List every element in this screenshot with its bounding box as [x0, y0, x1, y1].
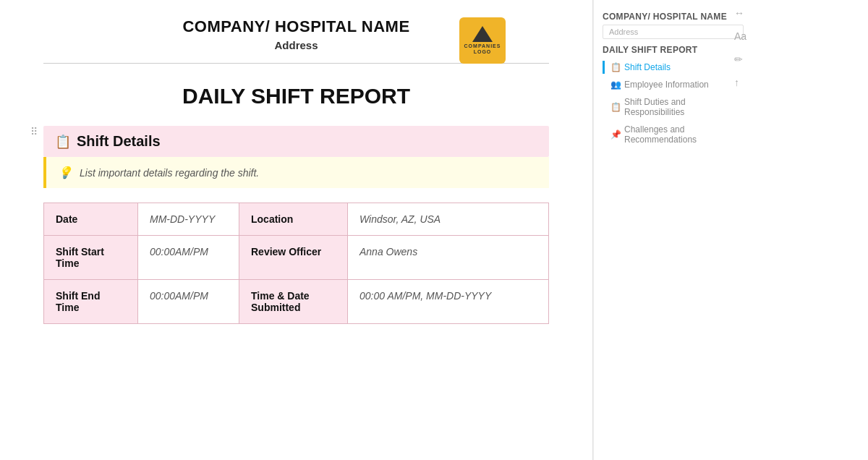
nav-item-icon: 👥 [610, 80, 621, 90]
drag-handle-icon[interactable]: ⠿ [30, 126, 38, 137]
table-value-cell: 00:00AM/PM [138, 280, 239, 324]
table-row: Date MM-DD-YYYY Location Windsor, AZ, US… [44, 203, 549, 236]
hint-box: 💡 List important details regarding the s… [43, 157, 549, 188]
shift-details-heading: 📋 Shift Details [43, 126, 549, 157]
sidebar-navigation: 📋 Shift Details 👥 Employee Information 📋… [603, 61, 744, 146]
table-value-cell: 00:00AM/PM [138, 236, 239, 280]
table-label-cell: Shift End Time [44, 280, 138, 324]
company-name: COMPANY/ HOSPITAL NAME [182, 17, 409, 36]
nav-item-icon: 📋 [610, 62, 621, 72]
sidebar-nav-item[interactable]: 👥 Employee Information [603, 78, 744, 91]
nav-item-icon: 📋 [610, 102, 621, 112]
sidebar-company-name: COMPANY/ HOSPITAL NAME [603, 12, 744, 22]
sidebar: ↔ Aa ✏ ↑ COMPANY/ HOSPITAL NAME Address … [593, 0, 752, 460]
nav-item-icon: 📌 [610, 129, 621, 140]
table-value-cell: MM-DD-YYYY [138, 203, 239, 236]
sidebar-address: Address [603, 25, 744, 39]
upload-tool[interactable]: ↑ [734, 77, 746, 88]
sidebar-nav-item[interactable]: 📋 Shift Details [603, 61, 744, 74]
report-title: DAILY SHIFT REPORT [43, 84, 549, 108]
sidebar-report-title: DAILY SHIFT REPORT [603, 45, 744, 55]
logo-triangle-icon [472, 26, 493, 42]
table-label-cell: Date [44, 203, 138, 236]
nav-item-label: Employee Information [624, 80, 709, 90]
hint-text: List important details regarding the shi… [80, 167, 259, 179]
table-value-cell-right: Windsor, AZ, USA [348, 203, 549, 236]
company-address: Address [182, 39, 409, 51]
edit-tool[interactable]: ✏ [734, 54, 746, 65]
table-value-cell-right: 00:00 AM/PM, MM-DD-YYYY [348, 280, 549, 324]
sidebar-tools: ↔ Aa ✏ ↑ [734, 7, 746, 88]
main-document: COMPANY/ HOSPITAL NAME Address COMPANIES… [0, 0, 593, 460]
document-header: COMPANY/ HOSPITAL NAME Address COMPANIES… [43, 17, 549, 64]
table-value-cell-right: Anna Owens [348, 236, 549, 280]
font-tool[interactable]: Aa [734, 30, 746, 42]
company-logo: COMPANIESLOGO [459, 17, 506, 64]
shift-details-icon: 📋 [55, 134, 71, 150]
table-row: Shift Start Time 00:00AM/PM Review Offic… [44, 236, 549, 280]
sidebar-nav-item[interactable]: 📌 Challenges and Recommendations [603, 123, 744, 146]
shift-details-title: Shift Details [77, 133, 161, 150]
sidebar-nav-item[interactable]: 📋 Shift Duties and Responsibilities [603, 95, 744, 119]
shift-details-table: Date MM-DD-YYYY Location Windsor, AZ, US… [43, 203, 549, 324]
logo-text: COMPANIESLOGO [464, 43, 501, 56]
table-label-cell-right: Review Officer [239, 236, 348, 280]
table-row: Shift End Time 00:00AM/PM Time & Date Su… [44, 280, 549, 324]
nav-item-label: Shift Details [624, 62, 671, 72]
nav-item-label: Shift Duties and Responsibilities [624, 97, 744, 117]
nav-item-label: Challenges and Recommendations [624, 124, 744, 145]
hint-icon: 💡 [58, 166, 72, 179]
table-label-cell-right: Time & Date Submitted [239, 280, 348, 324]
table-label-cell: Shift Start Time [44, 236, 138, 280]
resize-tool[interactable]: ↔ [734, 7, 746, 19]
table-label-cell-right: Location [239, 203, 348, 236]
